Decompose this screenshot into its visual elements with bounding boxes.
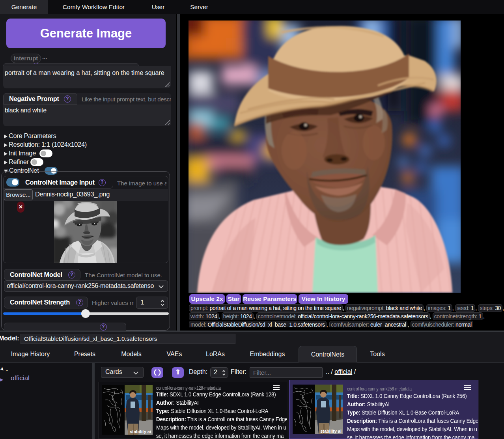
svg-text:stability ai: stability ai: [130, 429, 151, 434]
svg-text:stability ai: stability ai: [320, 429, 342, 433]
